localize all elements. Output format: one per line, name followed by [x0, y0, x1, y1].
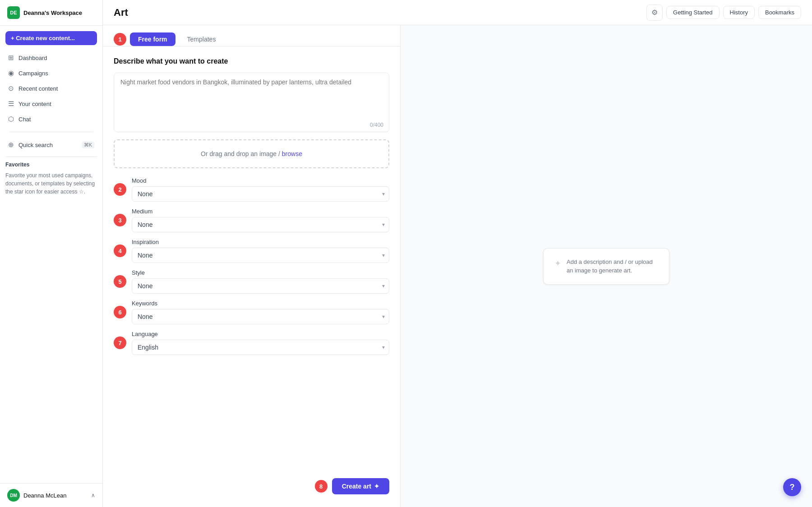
user-name: Deanna McLean — [23, 492, 66, 499]
step-2-badge: 2 — [114, 183, 126, 196]
hint-text: Add a description and / or upload an ima… — [567, 258, 658, 275]
language-select-wrapper: English Spanish French German Italian Po… — [132, 340, 389, 355]
sidebar-item-label: Chat — [18, 116, 31, 123]
workspace-name: Deanna's Workspace — [23, 9, 82, 16]
settings-icon-button[interactable]: ⚙ — [646, 5, 663, 21]
step-4-badge: 4 — [114, 244, 126, 257]
step-7-badge: 7 — [114, 336, 126, 349]
sidebar-header: DE Deanna's Workspace — [0, 0, 102, 26]
bookmarks-button[interactable]: Bookmarks — [758, 6, 801, 19]
content-area: 1 Free form Templates Describe what you … — [103, 25, 812, 507]
create-new-button[interactable]: + Create new content... — [5, 31, 97, 45]
inspiration-label: Inspiration — [132, 239, 389, 245]
tab-templates[interactable]: Templates — [179, 32, 224, 46]
medium-select-wrapper: None ▾ — [132, 217, 389, 232]
step-5-badge: 5 — [114, 275, 126, 288]
keywords-label: Keywords — [132, 300, 389, 307]
sidebar-item-quick-search[interactable]: ⊕ Quick search ⌘K — [4, 138, 99, 152]
medium-label: Medium — [132, 208, 389, 215]
sidebar-item-chat[interactable]: ⬡ Chat — [4, 112, 99, 126]
keywords-row: 6 Keywords None ▾ — [114, 300, 389, 324]
top-bar-actions: ⚙ Getting Started History Bookmarks — [646, 5, 801, 21]
recent-icon: ⊙ — [8, 84, 14, 92]
style-select[interactable]: None — [132, 278, 389, 294]
sidebar-item-label: Quick search — [18, 142, 53, 148]
inspiration-select-wrapper: None ▾ — [132, 248, 389, 263]
tab-free-form[interactable]: Free form — [130, 32, 175, 46]
favorites-divider — [5, 157, 97, 157]
upload-text: Or drag and drop an image / — [201, 150, 282, 157]
dashboard-icon: ⊞ — [8, 54, 14, 62]
main-content: Art ⚙ Getting Started History Bookmarks … — [103, 0, 812, 507]
chat-icon: ⬡ — [8, 115, 14, 123]
sidebar-item-recent-content[interactable]: ⊙ Recent content — [4, 81, 99, 96]
workspace-avatar: DE — [7, 6, 20, 19]
textarea-wrapper: 0/400 — [114, 73, 389, 132]
form-panel: 1 Free form Templates Describe what you … — [103, 25, 401, 507]
inspiration-row: 4 Inspiration None ▾ — [114, 239, 389, 263]
language-select[interactable]: English Spanish French German Italian Po… — [132, 340, 389, 355]
create-art-label: Create art — [342, 483, 371, 490]
keywords-select[interactable]: None — [132, 309, 389, 324]
step-3-badge: 3 — [114, 214, 126, 226]
sparkle-hint-icon: ✦ — [554, 258, 561, 268]
style-row: 5 Style None ▾ — [114, 269, 389, 294]
nav-items: ⊞ Dashboard ◉ Campaigns ⊙ Recent content… — [0, 51, 102, 152]
tabs-bar: 1 Free form Templates — [103, 25, 400, 46]
campaigns-icon: ◉ — [8, 69, 14, 77]
sidebar-item-label: Your content — [18, 101, 51, 107]
getting-started-button[interactable]: Getting Started — [666, 6, 719, 19]
page-title: Art — [114, 7, 128, 18]
top-bar: Art ⚙ Getting Started History Bookmarks — [103, 0, 812, 25]
quick-search-shortcut: ⌘K — [82, 142, 94, 148]
medium-select[interactable]: None — [132, 217, 389, 232]
step-6-badge: 6 — [114, 306, 126, 318]
upload-area[interactable]: Or drag and drop an image / browse — [114, 139, 389, 168]
description-textarea[interactable] — [114, 73, 389, 118]
browse-link[interactable]: browse — [282, 150, 302, 157]
mood-label: Mood — [132, 177, 389, 184]
char-count: 0/400 — [114, 120, 389, 132]
section-title: Describe what you want to create — [114, 57, 389, 65]
step-1-badge: 1 — [114, 33, 126, 46]
step-8-badge: 8 — [315, 480, 328, 493]
description-section: Describe what you want to create 0/400 — [103, 46, 400, 132]
sidebar-item-dashboard[interactable]: ⊞ Dashboard — [4, 51, 99, 65]
mood-row: 2 Mood None ▾ — [114, 177, 389, 202]
search-icon: ⊕ — [8, 141, 14, 149]
sidebar-footer: DM Deanna McLean ∧ — [0, 483, 102, 507]
sidebar-item-your-content[interactable]: ☰ Your content — [4, 97, 99, 111]
language-row: 7 Language English Spanish French German… — [114, 331, 389, 355]
right-panel: ✦ Add a description and / or upload an i… — [401, 25, 812, 507]
form-footer: 8 Create art ✦ — [103, 469, 400, 507]
history-button[interactable]: History — [723, 6, 755, 19]
sparkle-icon: ✦ — [374, 483, 379, 490]
style-label: Style — [132, 269, 389, 276]
nav-divider — [9, 132, 93, 132]
your-content-icon: ☰ — [8, 100, 14, 108]
language-label: Language — [132, 331, 389, 337]
user-avatar: DM — [7, 489, 20, 502]
hint-card: ✦ Add a description and / or upload an i… — [543, 248, 669, 285]
favorites-title: Favorites — [5, 161, 97, 168]
keywords-select-wrapper: None ▾ — [132, 309, 389, 324]
field-group: 2 Mood None ▾ 3 Med — [103, 177, 400, 361]
create-art-button[interactable]: Create art ✦ — [332, 478, 389, 494]
sidebar: DE Deanna's Workspace + Create new conte… — [0, 0, 103, 507]
mood-select-wrapper: None ▾ — [132, 186, 389, 202]
sidebar-item-label: Recent content — [18, 85, 58, 92]
medium-row: 3 Medium None ▾ — [114, 208, 389, 232]
favorites-description: Favorite your most used campaigns, docum… — [5, 171, 97, 196]
user-info[interactable]: DM Deanna McLean — [7, 489, 66, 502]
sidebar-item-campaigns[interactable]: ◉ Campaigns — [4, 66, 99, 80]
chevron-up-icon: ∧ — [91, 492, 95, 498]
mood-select[interactable]: None — [132, 186, 389, 202]
favorites-section: Favorites Favorite your most used campai… — [0, 161, 102, 196]
sidebar-item-label: Dashboard — [18, 55, 47, 61]
style-select-wrapper: None ▾ — [132, 278, 389, 294]
help-button[interactable]: ? — [783, 478, 801, 496]
inspiration-select[interactable]: None — [132, 248, 389, 263]
sidebar-item-label: Campaigns — [18, 70, 48, 77]
